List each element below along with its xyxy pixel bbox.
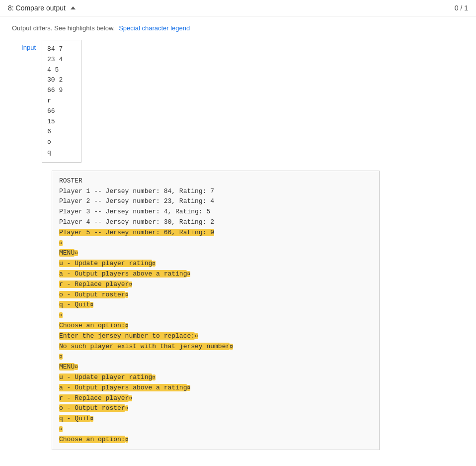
input-line: 15: [47, 117, 76, 127]
newline-char: ¤: [152, 374, 156, 380]
highlighted-text: MENU: [59, 363, 75, 371]
input-line: 6: [47, 127, 76, 137]
input-line: 66: [47, 106, 76, 117]
main-content: Output differs. See highlights below. Sp…: [0, 16, 476, 458]
newline-char: ¤: [59, 240, 63, 246]
panels-row: Input 84 723 44 530 266 9r66156oq: [12, 40, 464, 163]
newline-char: ¤: [125, 292, 129, 298]
newline-char: ¤: [75, 364, 78, 370]
newline-char: ¤: [187, 385, 190, 391]
newline-char: ¤: [59, 426, 63, 432]
highlighted-text: No such player exist with that jersey nu…: [59, 343, 230, 350]
input-line: 84 7: [47, 44, 76, 55]
output-line: Player 2 -- Jersey number: 23, Rating: 4: [59, 196, 372, 207]
header-score: 0 / 1: [455, 4, 468, 12]
output-line: MENU¤: [59, 362, 372, 373]
newline-char: ¤: [90, 302, 93, 308]
output-line: a - Output players above a rating¤: [59, 383, 372, 393]
output-line: ¤: [59, 238, 372, 249]
input-line: q: [47, 148, 76, 158]
output-line: No such player exist with that jersey nu…: [59, 342, 372, 352]
input-line: 30 2: [47, 75, 76, 86]
highlighted-text: a - Output players above a rating: [59, 384, 187, 391]
output-section: ROSTERPlayer 1 -- Jersey number: 84, Rat…: [12, 171, 464, 451]
input-box: 84 723 44 530 266 9r66156oq: [42, 40, 81, 163]
highlighted-text: Choose an option:: [59, 322, 125, 329]
header-bar: 8: Compare output 0 / 1: [0, 0, 476, 16]
output-line: o - Output roster¤: [59, 403, 372, 414]
newline-char: ¤: [75, 250, 78, 256]
output-line: r - Replace player¤: [59, 393, 372, 404]
newline-char: ¤: [129, 281, 132, 287]
input-label: Input: [12, 40, 42, 51]
input-line: o: [47, 137, 76, 148]
highlighted-text: Choose an option:: [59, 436, 125, 443]
header-title: 8: Compare output: [8, 4, 76, 12]
highlighted-text: u - Update player rating: [59, 373, 152, 381]
output-line: Choose an option:¤: [59, 321, 372, 331]
highlighted-text: MENU: [59, 249, 75, 257]
highlighted-text: q - Quit: [59, 301, 90, 308]
highlighted-text: o - Output roster: [59, 404, 125, 412]
output-line: ROSTER: [59, 176, 372, 186]
newline-char: ¤: [125, 437, 129, 443]
highlighted-text: Enter the jersey number to replace:: [59, 332, 195, 340]
newline-char: ¤: [90, 416, 93, 422]
output-line: u - Update player rating¤: [59, 259, 372, 269]
output-line: ¤: [59, 424, 372, 435]
diff-notice: Output differs. See highlights below. Sp…: [12, 24, 464, 32]
special-char-legend-link[interactable]: Special character legend: [119, 24, 190, 32]
newline-char: ¤: [125, 405, 129, 411]
newline-char: ¤: [230, 344, 233, 350]
output-line: Player 5 -- Jersey number: 66, Rating: 9: [59, 228, 372, 238]
newline-char: ¤: [59, 354, 63, 360]
highlighted-text: r - Replace player: [59, 280, 129, 288]
output-line: Player 1 -- Jersey number: 84, Rating: 7: [59, 186, 372, 197]
newline-char: ¤: [152, 261, 156, 267]
output-line: a - Output players above a rating¤: [59, 269, 372, 280]
output-box: ROSTERPlayer 1 -- Jersey number: 84, Rat…: [52, 171, 380, 451]
output-line: Player 4 -- Jersey number: 30, Rating: 2: [59, 217, 372, 228]
highlighted-text: o - Output roster: [59, 291, 125, 298]
newline-char: ¤: [59, 312, 63, 318]
diff-notice-text: Output differs. See highlights below.: [12, 24, 115, 32]
output-line: ¤: [59, 310, 372, 321]
output-line: MENU¤: [59, 248, 372, 259]
input-line: 23 4: [47, 55, 76, 65]
highlighted-text: a - Output players above a rating: [59, 270, 187, 278]
output-line: Player 3 -- Jersey number: 4, Rating: 5: [59, 207, 372, 217]
input-line: r: [47, 96, 76, 106]
output-line: Choose an option:¤: [59, 435, 372, 445]
newline-char: ¤: [187, 271, 190, 277]
output-line: u - Update player rating¤: [59, 373, 372, 383]
output-line: q - Quit¤: [59, 300, 372, 310]
chevron-up-icon: [71, 6, 76, 9]
highlighted-text: Player 5 -- Jersey number: 66, Rating: 9: [59, 229, 214, 236]
header-title-text: 8: Compare output: [8, 4, 66, 12]
output-line: Enter the jersey number to replace:¤: [59, 331, 372, 342]
newline-char: ¤: [125, 323, 129, 329]
newline-char: ¤: [129, 395, 132, 401]
highlighted-text: u - Update player rating: [59, 260, 152, 267]
newline-char: ¤: [195, 333, 198, 339]
input-line: 66 9: [47, 86, 76, 96]
output-line: o - Output roster¤: [59, 290, 372, 300]
highlighted-text: q - Quit: [59, 415, 90, 422]
output-line: ¤: [59, 352, 372, 362]
input-line: 4 5: [47, 65, 76, 76]
highlighted-text: r - Replace player: [59, 394, 129, 402]
output-line: q - Quit¤: [59, 414, 372, 424]
output-line: r - Replace player¤: [59, 280, 372, 290]
